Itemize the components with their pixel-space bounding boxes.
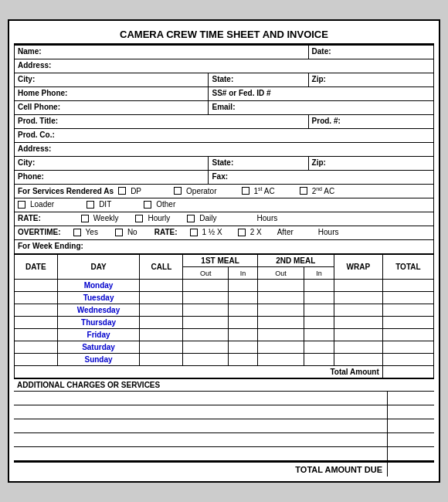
- loader-checkbox[interactable]: [18, 201, 25, 209]
- in1-cell[interactable]: [229, 341, 258, 354]
- out1-cell[interactable]: [183, 280, 229, 292]
- date-cell[interactable]: [15, 317, 58, 329]
- state-field[interactable]: State:: [209, 73, 308, 87]
- in2-cell[interactable]: [304, 354, 334, 366]
- hourly-checkbox[interactable]: [135, 215, 143, 222]
- address-field[interactable]: Address:: [15, 59, 434, 73]
- date-cell[interactable]: [15, 341, 58, 354]
- additional-line-2[interactable]: [14, 405, 387, 419]
- call-cell[interactable]: [140, 341, 183, 354]
- out2-cell[interactable]: [257, 354, 304, 366]
- yes-checkbox[interactable]: [73, 229, 81, 236]
- out2-cell[interactable]: [257, 304, 304, 317]
- in1-cell[interactable]: [229, 329, 258, 341]
- out2-cell[interactable]: [257, 329, 304, 341]
- name-field[interactable]: Name:: [15, 46, 309, 59]
- zip-field[interactable]: Zip:: [308, 73, 433, 87]
- out1-cell[interactable]: [183, 354, 229, 366]
- additional-right-value-2[interactable]: [388, 405, 434, 419]
- out2-cell[interactable]: [257, 280, 304, 292]
- call-cell[interactable]: [140, 280, 183, 292]
- weekly-checkbox[interactable]: [81, 215, 89, 222]
- wrap-cell[interactable]: [334, 280, 382, 292]
- total-cell[interactable]: [382, 329, 433, 341]
- phone-field[interactable]: Phone:: [15, 171, 209, 185]
- in2-cell[interactable]: [304, 329, 334, 341]
- no-checkbox[interactable]: [115, 229, 123, 236]
- dit-checkbox[interactable]: [87, 201, 94, 209]
- date-field[interactable]: Date:: [308, 46, 433, 59]
- in2-cell[interactable]: [304, 292, 334, 304]
- date-cell[interactable]: [15, 304, 58, 317]
- home-phone-field[interactable]: Home Phone:: [15, 87, 209, 101]
- additional-right-value-3[interactable]: [388, 419, 434, 433]
- ac2-checkbox[interactable]: [300, 187, 307, 195]
- total-cell[interactable]: [382, 317, 433, 329]
- additional-right-value-5[interactable]: [388, 447, 434, 461]
- total-cell[interactable]: [382, 341, 433, 354]
- additional-right-value-4[interactable]: [388, 433, 434, 447]
- total-cell[interactable]: [382, 304, 433, 317]
- daily-checkbox[interactable]: [187, 215, 195, 222]
- wrap-cell[interactable]: [334, 317, 382, 329]
- ss-field[interactable]: SS# or Fed. ID #: [209, 87, 434, 101]
- call-cell[interactable]: [140, 304, 183, 317]
- prod-co-field[interactable]: Prod. Co.:: [15, 129, 434, 143]
- additional-right-value-1[interactable]: [388, 392, 434, 405]
- date-cell[interactable]: [15, 329, 58, 341]
- total-due-value[interactable]: [388, 463, 434, 477]
- out2-cell[interactable]: [257, 292, 304, 304]
- state2-field[interactable]: State:: [209, 157, 308, 171]
- call-cell[interactable]: [140, 354, 183, 366]
- out1-cell[interactable]: [183, 292, 229, 304]
- out1-cell[interactable]: [183, 317, 229, 329]
- in1-cell[interactable]: [229, 354, 258, 366]
- fax-field[interactable]: Fax:: [209, 171, 434, 185]
- city2-field[interactable]: City:: [15, 157, 209, 171]
- other-checkbox[interactable]: [144, 201, 151, 209]
- total-cell[interactable]: [382, 292, 433, 304]
- zip2-field[interactable]: Zip:: [308, 157, 433, 171]
- address2-field[interactable]: Address:: [15, 143, 434, 157]
- additional-line-4[interactable]: [14, 433, 387, 447]
- additional-line-5[interactable]: [14, 447, 387, 461]
- additional-line-3[interactable]: [14, 419, 387, 433]
- out2-cell[interactable]: [257, 341, 304, 354]
- dp-checkbox[interactable]: [118, 187, 126, 195]
- wrap-cell[interactable]: [334, 304, 382, 317]
- ac1-checkbox[interactable]: [242, 187, 249, 195]
- rate-2x-checkbox[interactable]: [238, 229, 246, 236]
- operator-checkbox[interactable]: [174, 187, 182, 195]
- date-cell[interactable]: [15, 354, 58, 366]
- rate-1-5x-checkbox[interactable]: [190, 229, 198, 236]
- in1-cell[interactable]: [229, 317, 258, 329]
- out1-cell[interactable]: [183, 329, 229, 341]
- wrap-cell[interactable]: [334, 354, 382, 366]
- prod-title-field[interactable]: Prod. Title:: [15, 115, 309, 129]
- total-amount-value[interactable]: [382, 366, 433, 378]
- wrap-cell[interactable]: [334, 341, 382, 354]
- call-cell[interactable]: [140, 329, 183, 341]
- in1-cell[interactable]: [229, 304, 258, 317]
- date-cell[interactable]: [15, 280, 58, 292]
- date-cell[interactable]: [15, 292, 58, 304]
- call-cell[interactable]: [140, 292, 183, 304]
- in1-cell[interactable]: [229, 280, 258, 292]
- in1-cell[interactable]: [229, 292, 258, 304]
- total-cell[interactable]: [382, 280, 433, 292]
- in2-cell[interactable]: [304, 280, 334, 292]
- in2-cell[interactable]: [304, 341, 334, 354]
- out2-cell[interactable]: [257, 317, 304, 329]
- email-field[interactable]: Email:: [209, 101, 434, 115]
- prod-no-field[interactable]: Prod. #:: [308, 115, 433, 129]
- week-ending-field[interactable]: For Week Ending:: [15, 240, 434, 254]
- additional-line-1[interactable]: [14, 392, 387, 405]
- in2-cell[interactable]: [304, 304, 334, 317]
- city-field[interactable]: City:: [15, 73, 209, 87]
- call-cell[interactable]: [140, 317, 183, 329]
- cell-phone-field[interactable]: Cell Phone:: [15, 101, 209, 115]
- in2-cell[interactable]: [304, 317, 334, 329]
- wrap-cell[interactable]: [334, 292, 382, 304]
- wrap-cell[interactable]: [334, 329, 382, 341]
- out1-cell[interactable]: [183, 304, 229, 317]
